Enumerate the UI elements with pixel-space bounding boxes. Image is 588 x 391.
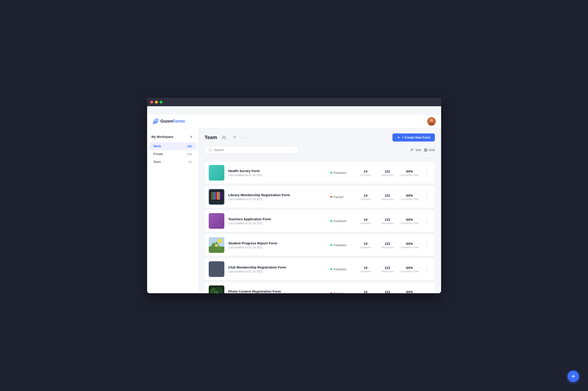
form-questions-3: 14 Questions xyxy=(357,218,375,224)
form-card[interactable]: Club Membership Registration Form Last m… xyxy=(205,258,435,280)
form-status-5: Published xyxy=(330,268,353,271)
svg-rect-25 xyxy=(211,192,212,200)
status-label-3: Published xyxy=(333,219,346,223)
search-input[interactable] xyxy=(214,148,294,152)
sort-button[interactable]: Sort xyxy=(410,148,421,152)
workspace-title: My Workspace xyxy=(152,135,174,139)
search-box[interactable] xyxy=(205,146,298,154)
status-dot-5 xyxy=(330,268,332,270)
form-card[interactable]: Photo Contest Registration Form Last mod… xyxy=(205,282,435,293)
form-name-5: Club Membership Registration Form xyxy=(228,265,326,269)
form-responses-5: 121 Responses xyxy=(379,266,396,273)
avatar-image xyxy=(427,117,436,126)
svg-rect-33 xyxy=(211,201,222,202)
svg-rect-28 xyxy=(216,192,217,200)
main-content: Team xyxy=(198,128,441,293)
form-responses-6: 121 Responses xyxy=(379,290,396,293)
sidebar-item-work[interactable]: Work 102 xyxy=(149,142,196,150)
form-modified-2: Last modified on 01 Jul 2021 xyxy=(228,198,326,201)
svg-point-7 xyxy=(223,136,224,137)
sidebar-item-count-private: 204 xyxy=(187,152,192,156)
svg-point-3 xyxy=(430,119,433,122)
form-status-6: Paused xyxy=(330,292,353,293)
sidebar-item-private[interactable]: Private 204 xyxy=(149,150,196,158)
form-questions-1: 14 Questions xyxy=(357,169,375,176)
status-label-6: Paused xyxy=(333,292,343,293)
maximize-dot[interactable] xyxy=(160,101,163,103)
form-card[interactable]: Health Survey Form Last modified on 01 J… xyxy=(205,162,435,184)
form-more-button-3[interactable]: ⋮ xyxy=(423,217,431,224)
form-modified-5: Last modified on 01 Jul 2021 xyxy=(228,270,326,273)
form-more-button-4[interactable]: ⋮ xyxy=(423,241,431,249)
form-info-5: Club Membership Registration Form Last m… xyxy=(228,265,326,273)
toolbar: Sort Grid xyxy=(205,146,435,154)
form-name-4: Student Progress Report Form xyxy=(228,241,326,245)
form-card[interactable]: Library Membership Registration Form Las… xyxy=(205,186,435,208)
status-dot-6 xyxy=(330,292,332,293)
sidebar-item-label-private: Private xyxy=(153,152,163,156)
minimize-dot[interactable] xyxy=(155,101,158,103)
form-questions-5: 14 Questions xyxy=(357,266,375,273)
form-questions-4: 14 Questions xyxy=(357,242,375,249)
form-more-button-1[interactable]: ⋮ xyxy=(423,169,431,176)
divider xyxy=(205,158,435,158)
svg-rect-27 xyxy=(214,192,215,200)
more-options-button[interactable]: ··· xyxy=(242,134,249,141)
svg-rect-18 xyxy=(424,149,425,150)
svg-rect-21 xyxy=(426,150,427,151)
svg-rect-30 xyxy=(219,192,220,200)
form-modified-3: Last modified on 01 Jul 2021 xyxy=(228,222,326,225)
form-modified-1: Last modified on 01 Jul 2021 xyxy=(228,174,326,177)
form-thumbnail-3 xyxy=(209,213,224,229)
sidebar-item-team[interactable]: Team 50 xyxy=(149,158,196,166)
form-completion-3: 64% Completion Rate xyxy=(400,218,419,224)
status-label-4: Published xyxy=(333,243,346,247)
form-name-2: Library Membership Registration Form xyxy=(228,193,326,197)
status-label-1: Published xyxy=(333,171,346,175)
status-dot-3 xyxy=(330,220,332,222)
form-info-6: Photo Contest Registration Form Last mod… xyxy=(228,290,326,293)
workspace-header: My Workspace xyxy=(147,133,198,141)
grid-button[interactable]: Grid xyxy=(424,148,435,152)
search-icon xyxy=(208,148,212,152)
logo-icon xyxy=(152,118,159,124)
form-completion-2: 64% Completion Rate xyxy=(400,194,419,200)
grid-label: Grid xyxy=(429,148,435,152)
form-name-6: Photo Contest Registration Form xyxy=(228,290,326,293)
form-name-3: Teachers Application Form xyxy=(228,217,326,221)
sort-label: Sort xyxy=(415,148,421,152)
form-card[interactable]: Teachers Application Form Last modified … xyxy=(205,210,435,232)
logo-area: GozenForms xyxy=(152,118,185,124)
add-workspace-button[interactable] xyxy=(189,134,194,139)
form-completion-6: 64% Completion Rate xyxy=(400,290,419,293)
titlebar xyxy=(147,98,441,106)
form-name-1: Health Survey Form xyxy=(228,169,326,173)
form-more-button-2[interactable]: ⋮ xyxy=(423,193,431,200)
form-responses-3: 121 Responses xyxy=(379,218,396,224)
logo-text: GozenForms xyxy=(161,119,185,124)
form-thumbnail-2 xyxy=(209,189,224,205)
form-more-button-6[interactable]: ⋮ xyxy=(423,290,431,293)
form-thumbnail-4 xyxy=(209,237,224,253)
form-card[interactable]: Student Progress Report Form Last modifi… xyxy=(205,234,435,256)
status-label-2: Paused xyxy=(333,195,343,199)
status-label-5: Published xyxy=(333,268,346,271)
svg-rect-20 xyxy=(424,150,425,151)
status-dot-1 xyxy=(330,172,332,174)
sidebar-item-label-team: Team xyxy=(153,160,161,164)
avatar[interactable] xyxy=(427,117,436,126)
filter-icon-button[interactable] xyxy=(231,134,238,141)
svg-rect-19 xyxy=(426,149,427,150)
svg-rect-38 xyxy=(215,244,218,247)
sidebar-item-label-work: Work xyxy=(153,144,161,148)
topbar: GozenForms xyxy=(147,115,441,128)
form-more-button-5[interactable]: ⋮ xyxy=(423,266,431,273)
close-dot[interactable] xyxy=(150,101,153,103)
form-modified-4: Last modified on 01 Jul 2021 xyxy=(228,246,326,249)
create-new-form-button[interactable]: + Create New Form xyxy=(392,133,435,141)
form-thumbnail-6 xyxy=(209,286,224,293)
status-dot-2 xyxy=(330,196,332,198)
members-icon-button[interactable] xyxy=(220,134,228,141)
form-questions-6: 14 Questions xyxy=(357,290,375,293)
form-responses-4: 121 Responses xyxy=(379,242,396,249)
